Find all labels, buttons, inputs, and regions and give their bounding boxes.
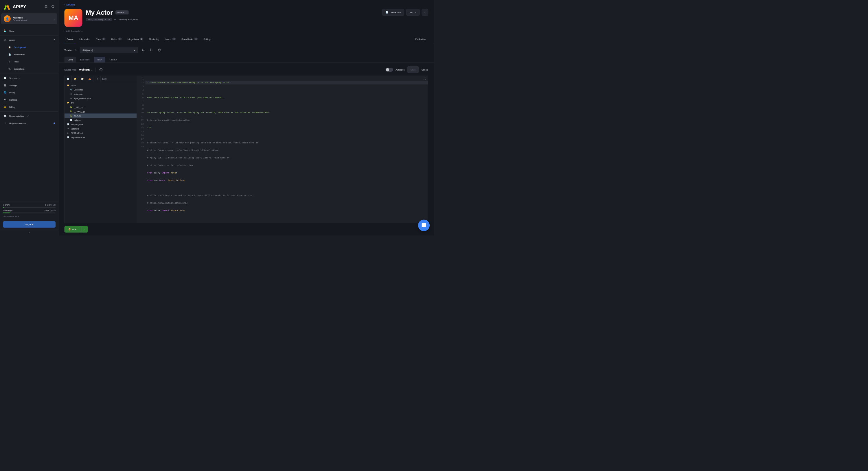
privacy-badge[interactable]: Private ⌄ <box>116 10 129 14</box>
file-requirements[interactable]: 📄requirements.txt <box>64 135 136 140</box>
file-icon: 📄 <box>67 123 69 126</box>
file-input-schema[interactable]: {}input_schema.json <box>64 96 136 101</box>
rename-icon[interactable]: 📝 <box>79 76 86 82</box>
tab-saved-tasks[interactable]: Saved tasks0 <box>179 35 200 43</box>
actor-slug: anto_zanini/my-actor <box>86 18 112 22</box>
create-task-button[interactable]: 📄Create task <box>382 9 404 16</box>
chevron-down-icon: ⌄ <box>84 228 86 230</box>
chat-bubble[interactable] <box>418 220 430 231</box>
nav-proxy[interactable]: 🌐Proxy <box>0 89 58 96</box>
nav-runs[interactable]: ▷Runs <box>0 58 58 65</box>
breadcrumb-back[interactable]: ‹All Actors <box>64 3 75 6</box>
subtab-code[interactable]: Code <box>64 57 76 63</box>
file-main2[interactable]: 🐍__main__.py <box>64 109 136 114</box>
build-dropdown[interactable]: ⌄ <box>81 226 88 233</box>
search-icon[interactable] <box>50 4 56 9</box>
nav-billing[interactable]: 💳Billing <box>0 103 58 110</box>
new-file-icon[interactable]: 📄 <box>64 76 72 82</box>
svg-point-0 <box>52 5 54 7</box>
logo[interactable]: APIFY <box>3 3 26 11</box>
actor-avatar: MA <box>64 9 83 27</box>
nav-store[interactable]: 🏪Store <box>0 27 58 34</box>
version-bar: Version ⓘ 0.0 (latest)▾ <box>59 43 434 57</box>
folder-src[interactable]: 📂src <box>64 101 136 105</box>
memory-label: Memory <box>3 204 9 206</box>
book-icon: 📖 <box>3 114 7 118</box>
new-folder-icon[interactable]: 📁 <box>72 76 79 82</box>
bell-icon[interactable] <box>43 4 49 9</box>
version-select[interactable]: 0.0 (latest)▾ <box>80 47 138 53</box>
source-type-select[interactable]: Web IDE ⌄ <box>79 68 93 71</box>
branch-icon[interactable] <box>141 47 146 53</box>
file-icon: 📄 <box>386 11 389 13</box>
file-readme[interactable]: M↓README.md <box>64 131 136 135</box>
tab-issues[interactable]: Issues0 <box>163 35 178 43</box>
nav-actors[interactable]: </>Actors⌃ <box>0 36 58 44</box>
file-init[interactable]: 🐍__init__.py <box>64 105 136 109</box>
account-type: Personal account <box>13 19 51 22</box>
cancel-button[interactable]: Cancel <box>422 69 428 71</box>
tab-runs[interactable]: Runs0 <box>94 35 108 43</box>
expand-icon[interactable]: ⛶ <box>424 77 426 80</box>
build-button[interactable]: 📦Build <box>64 226 81 233</box>
nav-docs[interactable]: 📖Documentation↗ <box>0 112 58 120</box>
autosave-toggle[interactable] <box>385 68 393 72</box>
sidebar: APIFY 👤 Antonello Personal account ⌄ 🏪St… <box>0 0 59 236</box>
version-label: Version <box>64 49 72 52</box>
tag-icon[interactable] <box>149 47 154 53</box>
nav-settings[interactable]: ⚙Settings <box>0 96 58 103</box>
nav-schedules[interactable]: 🕐Schedules <box>0 74 58 81</box>
download-file-icon[interactable]: ⬇ <box>93 76 101 82</box>
globe-icon: 🌐 <box>3 91 7 94</box>
tab-builds[interactable]: Builds0 <box>109 35 124 43</box>
more-button[interactable]: ⋯ <box>422 9 429 16</box>
upgrade-button[interactable]: Upgrade <box>3 221 56 228</box>
nav-integrations[interactable]: 🔌Integrations <box>0 65 58 73</box>
tab-integrations[interactable]: Integrations0 <box>125 35 146 43</box>
tabs: Source Information Runs0 Builds0 Integra… <box>59 35 434 43</box>
memory-bar <box>3 207 56 208</box>
trash-icon[interactable] <box>157 47 162 53</box>
account-switcher[interactable]: 👤 Antonello Personal account ⌄ <box>1 13 57 24</box>
tab-monitoring[interactable]: Monitoring <box>147 35 161 43</box>
tab-settings[interactable]: Settings <box>201 35 214 43</box>
code-editor[interactable]: 12345678910111213141516171819 """This mo… <box>137 76 429 223</box>
subtab-last-run[interactable]: Last run <box>106 57 120 63</box>
upload-icon[interactable]: 📤 <box>86 76 93 82</box>
tasks-icon: 📄 <box>8 53 11 56</box>
file-dockerignore[interactable]: 📄.dockerignore <box>64 122 136 127</box>
help-icon[interactable]: ⓘ <box>75 49 77 52</box>
svg-point-3 <box>151 49 151 50</box>
folder-actor[interactable]: 📂.actor <box>64 83 136 88</box>
save-button[interactable]: Save <box>407 66 419 73</box>
actor-title: My Actor <box>86 9 113 16</box>
chevron-down-icon: ▾ <box>134 49 135 52</box>
nav-help[interactable]: ?Help & resources <box>0 120 58 127</box>
file-actor-json[interactable]: {}actor.json <box>64 92 136 96</box>
download-icon[interactable] <box>98 67 103 72</box>
usage-panel: Memory0 MB / 8 GB Free usage$0.69 / $5.0… <box>0 202 58 220</box>
tab-source[interactable]: Source <box>64 35 76 43</box>
notification-dot <box>54 123 55 124</box>
svg-point-2 <box>144 50 144 51</box>
copy-icon[interactable]: ⧉ <box>114 18 116 21</box>
collapse-sidebar-button[interactable]: « <box>0 230 58 236</box>
file-dockerfile[interactable]: 🐳Dockerfile <box>64 88 136 92</box>
file-typed[interactable]: 📄py.typed <box>64 118 136 122</box>
main: ‹All Actors MA My Actor Private ⌄ anto_z… <box>59 0 434 236</box>
add-description[interactable]: + Add description... <box>59 30 434 35</box>
nav-storage[interactable]: 🗄Storage <box>0 81 58 89</box>
subtab-last-build[interactable]: Last build <box>77 57 93 63</box>
breadcrumb: ‹All Actors <box>59 0 434 7</box>
subtab-input[interactable]: Input <box>94 57 105 63</box>
file-gitignore[interactable]: ◆.gitignore <box>64 127 136 131</box>
nav-development[interactable]: 📋Development <box>0 44 58 51</box>
file-main[interactable]: 🐍main.py <box>64 114 136 118</box>
brand-text: APIFY <box>13 4 26 9</box>
cube-icon: 📦 <box>68 228 71 231</box>
nav-saved-tasks[interactable]: 📄Saved tasks <box>0 51 58 58</box>
api-button[interactable]: API⌄ <box>406 9 420 16</box>
tab-information[interactable]: Information <box>77 35 93 43</box>
folder-open-icon: 📂 <box>67 101 69 104</box>
tab-publication[interactable]: Publication <box>413 35 428 43</box>
